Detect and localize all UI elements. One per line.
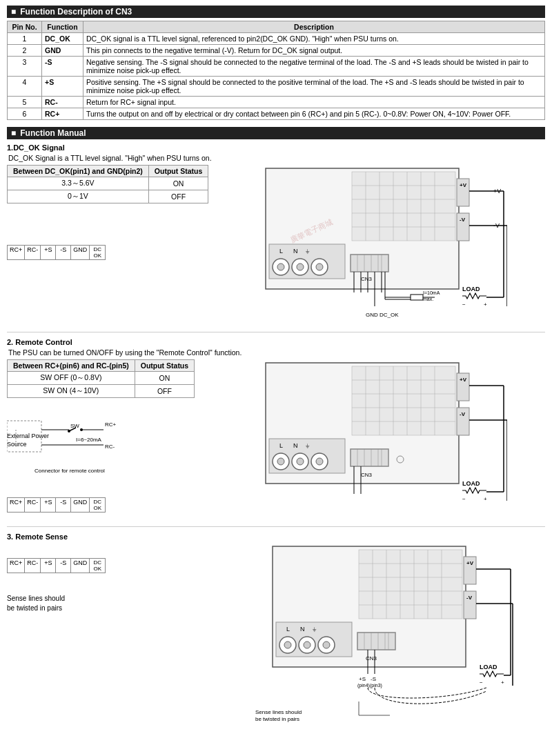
rc-circuit-svg: External Power Source SW RC+ — [7, 404, 200, 493]
svg-text:+V: +V — [466, 560, 474, 566]
rc-col1: Between RC+(pin6) and RC-(pin5) — [8, 360, 135, 372]
cn3-desc: Turns the output on and off by electrica… — [83, 108, 545, 120]
cn3-pin: 3 — [8, 57, 42, 77]
cn3-table-row: 3 -S Negative sensing. The -S signal sho… — [8, 57, 545, 77]
cn3-func: DC_OK — [42, 33, 83, 45]
svg-text:+S: +S — [359, 676, 366, 682]
svg-text:(pin3): (pin3) — [370, 683, 382, 688]
rs-pin-plus-s: +S — [41, 559, 56, 573]
svg-text:N: N — [300, 626, 305, 633]
svg-text:N: N — [293, 248, 298, 255]
svg-point-27 — [297, 263, 304, 270]
svg-text:CN3: CN3 — [361, 472, 373, 478]
rs-pin-gnd: GND — [71, 559, 90, 573]
svg-text:CN3: CN3 — [366, 655, 377, 662]
svg-point-102 — [297, 458, 304, 465]
rs-diagram: +V -V L N ⏚ — [221, 543, 545, 722]
svg-text:-S: -S — [371, 676, 376, 682]
rc-circuit-diagram: External Power Source SW RC+ — [7, 404, 214, 495]
rs-content-row: RC+ RC- +S -S GND DCOK Sense lines shoul… — [7, 543, 545, 722]
cn3-title: Function Description of CN3 — [20, 7, 132, 17]
rc-connector: RC+ RC- +S -S GND DCOK — [7, 497, 106, 513]
svg-point-68 — [68, 430, 70, 432]
svg-text:+V: +V — [460, 377, 467, 383]
cn3-section-header: Function Description of CN3 — [7, 6, 545, 18]
pin-plus-s: +S — [41, 246, 56, 259]
svg-text:−: − — [462, 496, 466, 502]
svg-text:I=6~20mA: I=6~20mA — [76, 437, 102, 443]
dc-ok-row-2: 0～1V OFF — [8, 190, 208, 203]
dc-ok-connector: RC+ RC- +S -S GND DCOK — [7, 245, 106, 260]
cn3-table-row: 4 +S Positive sensing. The +S signal sho… — [8, 77, 545, 97]
remote-control-title: 2. Remote Control — [7, 338, 545, 346]
dc-ok-status-2: OFF — [148, 190, 208, 203]
dc-ok-diagram: +V +V -V -V L N ⏚ — [221, 165, 545, 324]
svg-text:−: − — [462, 301, 466, 308]
svg-text:+V: +V — [460, 182, 467, 188]
svg-text:be twisted in pairs: be twisted in pairs — [255, 716, 299, 722]
function-manual-title: Function Manual — [20, 128, 86, 138]
pin-rc-minus: RC- — [25, 246, 41, 259]
svg-rect-78 — [352, 366, 455, 435]
divider-2 — [7, 526, 545, 527]
svg-rect-30 — [351, 255, 388, 272]
dc-ok-content-row: Between DC_OK(pin1) and GND(pin2) Output… — [7, 165, 545, 324]
svg-text:RC+: RC+ — [105, 421, 117, 428]
svg-text:L: L — [286, 626, 290, 633]
cn3-func: RC+ — [42, 108, 83, 120]
remote-control-subsection: 2. Remote Control The PSU can be turned … — [7, 338, 545, 518]
dc-ok-col1: Between DC_OK(pin1) and GND(pin2) — [8, 166, 149, 177]
svg-point-25 — [277, 263, 284, 270]
dc-ok-table: Between DC_OK(pin1) and GND(pin2) Output… — [7, 165, 208, 203]
cn3-desc: This pin connects to the negative termin… — [83, 45, 545, 57]
cn3-table-row: 5 RC- Return for RC+ signal input. — [8, 97, 545, 108]
pin-rc-plus: RC+ — [8, 246, 25, 259]
svg-text:max.: max. — [423, 297, 433, 301]
svg-text:External Power: External Power — [7, 432, 49, 439]
svg-rect-105 — [351, 449, 388, 466]
rc-table: Between RC+(pin6) and RC-(pin5) Output S… — [7, 359, 195, 398]
svg-point-150 — [323, 641, 330, 648]
cn3-desc: Positive sensing. The +S signal should b… — [83, 77, 545, 97]
svg-text:L: L — [279, 248, 283, 255]
svg-text:RC-: RC- — [105, 444, 115, 450]
svg-text:LOAD: LOAD — [480, 664, 497, 670]
cn3-pin: 5 — [8, 97, 42, 108]
dc-ok-range-2: 0～1V — [8, 190, 149, 203]
dc-ok-left: Between DC_OK(pin1) and GND(pin2) Output… — [7, 165, 214, 260]
cn3-pin: 1 — [8, 33, 42, 45]
svg-text:(pin4): (pin4) — [357, 683, 370, 688]
rc-status-1: ON — [135, 372, 194, 385]
cn3-desc: Return for RC+ signal input. — [83, 97, 545, 108]
svg-text:N: N — [293, 442, 298, 449]
svg-text:-V: -V — [460, 217, 466, 223]
svg-rect-151 — [357, 633, 395, 650]
svg-text:−: − — [480, 679, 483, 686]
svg-rect-1 — [352, 172, 455, 241]
dc-ok-col2: Output Status — [148, 166, 208, 177]
col-pin-no: Pin No. — [8, 21, 42, 33]
function-manual-section: Function Manual 1.DC_OK Signal DC_OK Sig… — [7, 127, 545, 722]
rs-note: Sense lines shouldbe twisted in pairs — [7, 594, 214, 613]
rc-left: Between RC+(pin6) and RC-(pin5) Output S… — [7, 359, 214, 513]
divider-1 — [7, 332, 545, 332]
rc-diagram: +V -V L N ⏚ — [221, 359, 545, 518]
svg-rect-124 — [359, 550, 462, 619]
rc-pin-dc: DCOK — [90, 498, 105, 512]
pin-minus-s: -S — [56, 246, 71, 259]
remote-sense-subsection: 3. Remote Sense RC+ RC- +S -S GND DCOK S… — [7, 533, 545, 722]
svg-point-146 — [284, 641, 291, 648]
rc-range-1: SW OFF (0～0.8V) — [8, 372, 135, 385]
rs-svg: +V -V L N ⏚ — [252, 543, 514, 722]
cn3-desc: DC_OK signal is a TTL level signal, refe… — [83, 33, 545, 45]
rs-pin-rc-minus: RC- — [25, 559, 41, 573]
pin-dc: DCOK — [90, 246, 105, 259]
svg-text:I=10mA: I=10mA — [423, 290, 440, 295]
rc-connector-wrap: RC+ RC- +S -S GND DCOK — [7, 497, 214, 513]
dc-ok-row-1: 3.3～5.6V ON — [8, 177, 208, 190]
cn3-table-row: 2 GND This pin connects to the negative … — [8, 45, 545, 57]
cn3-pin: 6 — [8, 108, 42, 120]
svg-point-29 — [316, 263, 323, 270]
rc-row-1: SW OFF (0～0.8V) ON — [8, 372, 195, 385]
svg-text:LOAD: LOAD — [462, 480, 480, 487]
